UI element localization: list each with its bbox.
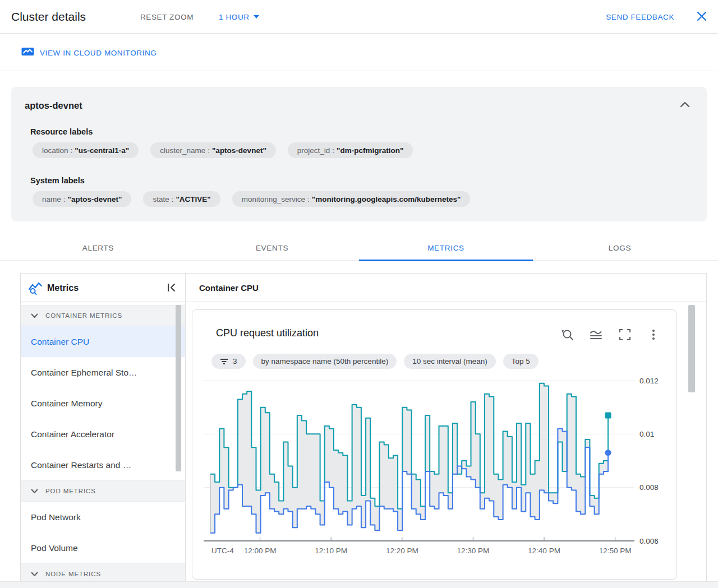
svg-text:0.008: 0.008 bbox=[639, 483, 659, 492]
sidebar-item-container-accelerator[interactable]: Container Accelerator bbox=[21, 419, 185, 450]
resource-labels-heading: Resource labels bbox=[30, 127, 93, 136]
metrics-panel: Metrics CONTAINER METRICSContainer CPUCo… bbox=[20, 273, 707, 581]
chart-title: CPU request utilization bbox=[216, 327, 319, 339]
label-separator: : bbox=[208, 146, 210, 155]
svg-text:12:00 PM: 12:00 PM bbox=[244, 547, 277, 555]
collapse-card-icon[interactable] bbox=[678, 99, 692, 112]
cluster-info-card: aptos-devnet Resource labels location:"u… bbox=[11, 87, 707, 221]
resource-label-chip: project_id:"dm-pcfmigration" bbox=[288, 142, 413, 158]
label-separator: : bbox=[63, 195, 66, 203]
system-label-chip: name:"aptos-devnet" bbox=[33, 191, 131, 207]
label-key: name bbox=[42, 195, 61, 203]
chevron-down-icon bbox=[31, 572, 38, 577]
svg-text:12:20 PM: 12:20 PM bbox=[386, 547, 418, 555]
svg-text:12:40 PM: 12:40 PM bbox=[528, 547, 560, 555]
section-heading: NODE METRICS bbox=[45, 571, 101, 577]
chevron-down-icon bbox=[31, 489, 38, 494]
view-in-cloud-monitoring-label: VIEW IN CLOUD MONITORING bbox=[40, 49, 157, 57]
svg-text:0.012: 0.012 bbox=[639, 377, 659, 385]
page-title: Cluster details bbox=[11, 0, 86, 34]
more-vert-icon[interactable] bbox=[646, 328, 661, 342]
cpu-utilization-chart[interactable]: 12:00 PM12:10 PM12:20 PM12:30 PM12:40 PM… bbox=[192, 366, 676, 567]
sidebar-header: Metrics bbox=[21, 274, 185, 302]
resource-labels-row: location:"us-central1-a"cluster_name:"ap… bbox=[33, 142, 413, 158]
system-labels-row: name:"aptos-devnet"state:"ACTIVE"monitor… bbox=[33, 191, 470, 207]
label-key: monitoring_service bbox=[242, 195, 305, 203]
sidebar-item-container-memory[interactable]: Container Memory bbox=[21, 388, 185, 419]
filter-count: 3 bbox=[233, 357, 237, 365]
tab-events[interactable]: EVENTS bbox=[185, 235, 359, 261]
sidebar-item-pod-volume[interactable]: Pod Volume bbox=[21, 533, 185, 563]
zoom-out-icon[interactable] bbox=[560, 328, 575, 342]
label-separator: : bbox=[172, 195, 174, 203]
section-heading: CONTAINER METRICS bbox=[45, 312, 122, 319]
sidebar-item-container-restarts-and[interactable]: Container Restarts and … bbox=[21, 450, 185, 480]
bottom-cutoff-strip bbox=[0, 581, 718, 588]
cluster-details-panel: Cluster details RESET ZOOM 1 HOUR SEND F… bbox=[0, 0, 718, 588]
cluster-name: aptos-devnet bbox=[25, 100, 82, 111]
label-key: location bbox=[42, 146, 68, 155]
collapse-panel-icon[interactable] bbox=[165, 281, 178, 295]
sidebar-scrollbar[interactable] bbox=[176, 305, 181, 471]
sidebar-item-container-ephemeral-sto[interactable]: Container Ephemeral Sto… bbox=[21, 357, 185, 388]
svg-text:0.006: 0.006 bbox=[639, 537, 659, 545]
tab-logs[interactable]: LOGS bbox=[533, 235, 707, 261]
label-value: "aptos-devnet" bbox=[68, 195, 122, 203]
chart-card: CPU request utilization bbox=[192, 309, 677, 580]
top-bar: Cluster details RESET ZOOM 1 HOUR SEND F… bbox=[0, 0, 718, 34]
sidebar-list: CONTAINER METRICSContainer CPUContainer … bbox=[21, 305, 185, 585]
svg-text:12:10 PM: 12:10 PM bbox=[315, 547, 347, 555]
metrics-main: Container CPU CPU request utilization bbox=[186, 274, 706, 581]
monitoring-chart-icon bbox=[21, 47, 34, 58]
reset-zoom-button[interactable]: RESET ZOOM bbox=[140, 0, 194, 34]
label-key: state bbox=[153, 195, 169, 203]
label-separator: : bbox=[71, 146, 73, 155]
svg-text:12:50 PM: 12:50 PM bbox=[599, 547, 632, 555]
tabs-bar: ALERTSEVENTSMETRICSLOGS bbox=[0, 235, 718, 261]
sidebar-item-pod-network[interactable]: Pod Network bbox=[21, 502, 185, 533]
main-scrollbar[interactable] bbox=[688, 305, 695, 392]
label-value: "ACTIVE" bbox=[176, 195, 210, 203]
metrics-sidebar: Metrics CONTAINER METRICSContainer CPUCo… bbox=[21, 274, 186, 581]
sidebar-section-pod-metrics[interactable]: POD METRICS bbox=[21, 480, 185, 502]
label-separator: : bbox=[332, 146, 334, 155]
chevron-down-icon bbox=[254, 15, 259, 18]
resource-label-chip: cluster_name:"aptos-devnet" bbox=[150, 142, 276, 158]
svg-text:UTC-4: UTC-4 bbox=[211, 547, 234, 555]
label-value: "dm-pcfmigration" bbox=[337, 146, 403, 155]
main-heading: Container CPU bbox=[199, 274, 259, 302]
label-separator: : bbox=[307, 195, 310, 203]
view-in-cloud-monitoring-link[interactable]: VIEW IN CLOUD MONITORING bbox=[21, 34, 157, 71]
label-key: cluster_name bbox=[160, 146, 205, 155]
tab-metrics[interactable]: METRICS bbox=[359, 235, 533, 261]
sidebar-section-container-metrics[interactable]: CONTAINER METRICS bbox=[21, 305, 185, 326]
svg-text:12:30 PM: 12:30 PM bbox=[457, 547, 490, 555]
send-feedback-button[interactable]: SEND FEEDBACK bbox=[606, 0, 674, 34]
chart-actions bbox=[560, 328, 661, 342]
chevron-down-icon bbox=[31, 313, 38, 318]
main-header: Container CPU bbox=[186, 274, 706, 302]
tab-alerts[interactable]: ALERTS bbox=[11, 235, 185, 261]
fullscreen-icon[interactable] bbox=[618, 328, 632, 342]
statistics-icon[interactable] bbox=[589, 328, 604, 342]
sidebar-item-container-cpu[interactable]: Container CPU bbox=[21, 326, 185, 357]
time-range-value: 1 HOUR bbox=[219, 13, 250, 21]
tabs: ALERTSEVENTSMETRICSLOGS bbox=[11, 235, 707, 261]
time-range-dropdown[interactable]: 1 HOUR bbox=[219, 0, 259, 34]
label-value: "monitoring.googleapis.com/kubernetes" bbox=[312, 195, 461, 203]
close-icon[interactable] bbox=[693, 8, 710, 25]
monitoring-toolbar: VIEW IN CLOUD MONITORING bbox=[0, 34, 718, 71]
resource-label-chip: location:"us-central1-a" bbox=[33, 142, 139, 158]
label-value: "aptos-devnet" bbox=[212, 146, 266, 155]
filter-icon bbox=[220, 358, 228, 365]
svg-text:0.01: 0.01 bbox=[639, 430, 654, 438]
metrics-explorer-icon bbox=[28, 281, 43, 298]
section-heading: POD METRICS bbox=[45, 488, 96, 494]
system-label-chip: state:"ACTIVE" bbox=[143, 191, 220, 207]
label-value: "us-central1-a" bbox=[75, 146, 129, 155]
sidebar-title: Metrics bbox=[47, 274, 79, 302]
system-label-chip: monitoring_service:"monitoring.googleapi… bbox=[232, 191, 471, 207]
system-labels-heading: System labels bbox=[30, 176, 85, 185]
label-key: project_id bbox=[297, 146, 330, 155]
